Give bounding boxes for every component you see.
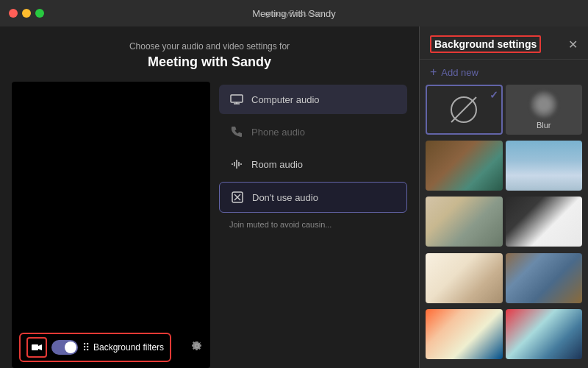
computer-audio-label: Computer audio bbox=[251, 94, 320, 105]
video-footer: ⠿ Background filters bbox=[12, 327, 210, 368]
background-grid: ✓ Blur bbox=[420, 85, 588, 368]
bg-item-factory[interactable] bbox=[506, 253, 583, 303]
meeting-header: Choose your audio and video settings for… bbox=[12, 41, 407, 70]
minimize-button[interactable] bbox=[22, 9, 31, 18]
add-new-button[interactable]: + Add new bbox=[420, 60, 588, 85]
audio-option-none[interactable]: Don't use audio bbox=[219, 182, 407, 213]
bg-item-colorful1[interactable] bbox=[426, 309, 503, 359]
settings-gear-icon[interactable] bbox=[191, 340, 203, 355]
phone-audio-icon bbox=[229, 124, 244, 139]
selected-checkmark: ✓ bbox=[490, 89, 498, 101]
site-label: groovyPost.com bbox=[265, 9, 323, 18]
blur-inner: Blur bbox=[506, 85, 583, 132]
bg-item-room1[interactable] bbox=[426, 197, 503, 247]
meeting-subtitle: Choose your audio and video settings for bbox=[12, 41, 407, 52]
blur-circle bbox=[531, 91, 557, 118]
right-panel: Background settings ✕ + Add new ✓ Blur bbox=[419, 26, 588, 368]
titlebar: groovyPost.com Meeting with Sandy bbox=[0, 0, 588, 26]
bg-item-colorful2[interactable] bbox=[506, 309, 583, 359]
room-audio-icon bbox=[229, 157, 244, 171]
join-muted-text: Join muted to avoid causin... bbox=[219, 216, 407, 233]
bg-item-blur[interactable]: Blur bbox=[506, 85, 583, 135]
center-area: ⠿ Background filters bbox=[12, 82, 407, 368]
bg-item-none[interactable]: ✓ bbox=[426, 85, 503, 135]
no-audio-label: Don't use audio bbox=[252, 192, 318, 203]
video-toggle[interactable] bbox=[51, 340, 78, 355]
blur-label: Blur bbox=[537, 121, 551, 130]
titlebar-buttons bbox=[9, 9, 44, 18]
audio-option-room[interactable]: Room audio bbox=[219, 149, 407, 179]
bg-close-button[interactable]: ✕ bbox=[568, 38, 578, 52]
svg-rect-2 bbox=[231, 95, 243, 102]
bg-settings-title: Background settings bbox=[430, 35, 541, 53]
phone-audio-label: Phone audio bbox=[251, 127, 305, 138]
video-preview: ⠿ Background filters bbox=[12, 82, 210, 368]
audio-option-phone: Phone audio bbox=[219, 117, 407, 146]
no-audio-icon bbox=[230, 190, 245, 205]
left-panel: Choose your audio and video settings for… bbox=[0, 26, 419, 368]
audio-options: Computer audio Phone audio bbox=[219, 82, 407, 368]
bg-item-modern[interactable] bbox=[506, 197, 583, 247]
add-icon: + bbox=[430, 66, 437, 79]
bg-settings-header: Background settings ✕ bbox=[420, 26, 588, 60]
bg-filters-label: ⠿ Background filters bbox=[82, 342, 164, 353]
svg-rect-0 bbox=[32, 344, 38, 350]
svg-marker-1 bbox=[38, 344, 42, 350]
meeting-title: Meeting with Sandy bbox=[12, 54, 407, 70]
close-button[interactable] bbox=[9, 9, 18, 18]
computer-audio-icon bbox=[229, 92, 244, 107]
bg-item-office1[interactable] bbox=[426, 141, 503, 191]
bg-item-city[interactable] bbox=[506, 141, 583, 191]
room-audio-label: Room audio bbox=[251, 159, 303, 170]
audio-option-computer[interactable]: Computer audio bbox=[219, 85, 407, 114]
bg-item-room2[interactable] bbox=[426, 253, 503, 303]
none-icon bbox=[451, 96, 477, 123]
main-content: Choose your audio and video settings for… bbox=[0, 26, 588, 368]
maximize-button[interactable] bbox=[35, 9, 44, 18]
bg-filters-wrapper: ⠿ Background filters bbox=[19, 333, 171, 362]
add-new-label: Add new bbox=[441, 67, 478, 78]
camera-icon[interactable] bbox=[26, 337, 47, 358]
